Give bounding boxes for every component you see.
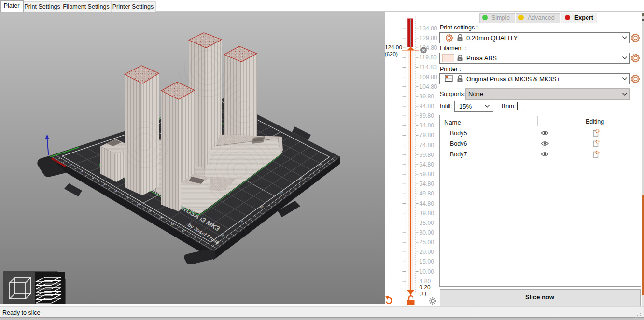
svg-text:104.80: 104.80 xyxy=(420,83,437,90)
svg-text:74.80: 74.80 xyxy=(420,142,434,149)
svg-text:134.80: 134.80 xyxy=(420,25,437,32)
svg-text:39.80: 39.80 xyxy=(420,210,434,217)
svg-text:124.00: 124.00 xyxy=(385,44,402,51)
svg-text:69.80: 69.80 xyxy=(420,152,434,158)
svg-text:89.80: 89.80 xyxy=(420,112,434,119)
svg-text:25.00: 25.00 xyxy=(420,239,434,246)
svg-text:35.00: 35.00 xyxy=(420,220,434,226)
svg-text:30.00: 30.00 xyxy=(420,229,434,236)
svg-text:49.80: 49.80 xyxy=(420,190,434,197)
svg-text:15.00: 15.00 xyxy=(420,258,434,265)
svg-text:54.80: 54.80 xyxy=(420,181,434,187)
svg-text:0.20: 0.20 xyxy=(420,284,431,291)
svg-text:79.80: 79.80 xyxy=(420,132,434,139)
svg-text:94.80: 94.80 xyxy=(420,103,434,110)
svg-text:99.80: 99.80 xyxy=(420,93,434,100)
svg-text:10.00: 10.00 xyxy=(420,268,434,275)
svg-text:20.00: 20.00 xyxy=(420,249,434,255)
svg-text:(620): (620) xyxy=(385,51,398,57)
svg-text:129.80: 129.80 xyxy=(420,35,437,42)
svg-text:109.80: 109.80 xyxy=(420,74,437,81)
svg-text:59.80: 59.80 xyxy=(420,171,434,178)
svg-text:114.80: 114.80 xyxy=(420,64,437,70)
svg-text:64.80: 64.80 xyxy=(420,161,434,168)
svg-text:(1): (1) xyxy=(420,290,426,297)
svg-text:119.80: 119.80 xyxy=(420,54,437,61)
svg-text:84.80: 84.80 xyxy=(420,122,434,129)
svg-text:44.80: 44.80 xyxy=(420,200,434,207)
